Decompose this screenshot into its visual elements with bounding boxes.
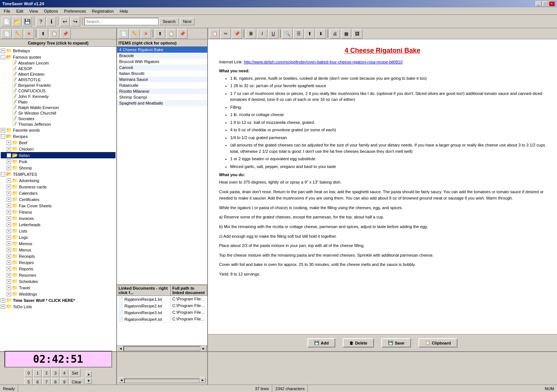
- tree-item-recipes[interactable]: -📂Recipes: [1, 133, 115, 139]
- tree-item-logs[interactable]: +📁Logs: [1, 234, 115, 240]
- item-copy-btn[interactable]: 📋: [166, 29, 176, 39]
- expand-icon[interactable]: +: [7, 260, 11, 265]
- tree-item-business-cards[interactable]: +📁Business cards: [1, 184, 115, 190]
- expand-icon[interactable]: +: [7, 216, 11, 221]
- ct-search-btn[interactable]: 🔍: [282, 29, 293, 39]
- add-button[interactable]: 💾 Add: [307, 338, 335, 347]
- ct-cut-btn[interactable]: ✂: [221, 29, 231, 39]
- list-item[interactable]: Ratatouille: [117, 82, 207, 88]
- open-button[interactable]: 📂: [12, 17, 22, 26]
- item-move-btn[interactable]: ⬆: [155, 29, 165, 39]
- expand-icon[interactable]: +: [7, 235, 11, 240]
- tree-paste-btn[interactable]: 📌: [60, 29, 71, 39]
- item-new-btn[interactable]: 📄: [118, 29, 129, 39]
- ct-indent-btn[interactable]: ⬆: [304, 29, 315, 39]
- expand-icon[interactable]: +: [7, 159, 11, 164]
- tree-item-recipes2[interactable]: +📁Recipes: [1, 259, 115, 266]
- tree-item-lists[interactable]: +📁Lists: [1, 228, 115, 234]
- tree-item-memos[interactable]: +📁Memos: [1, 240, 115, 247]
- tree-item-fax-cover-sheets[interactable]: +📁Fax Cover Sheets: [1, 202, 115, 209]
- undo-button[interactable]: ↩: [60, 17, 70, 26]
- expand-icon[interactable]: +: [7, 197, 11, 202]
- ct-image-btn[interactable]: 🖼: [352, 29, 362, 39]
- list-item[interactable]: Marinara Sauce: [117, 76, 207, 82]
- ct-align-btn[interactable]: ☰: [293, 29, 304, 39]
- num-1[interactable]: 1: [33, 369, 42, 377]
- ct-table-btn[interactable]: ▦: [341, 29, 351, 39]
- linked-row[interactable]: 📄 RigatonniRecipe2.txtC:\Program Files (…: [117, 303, 207, 309]
- minimize-button[interactable]: _: [535, 1, 541, 6]
- num-3[interactable]: 3: [51, 369, 59, 377]
- menu-view[interactable]: View: [27, 9, 40, 14]
- list-item[interactable]: Italian Biscotti: [117, 70, 207, 76]
- scroll-right-btn[interactable]: ►: [201, 346, 206, 352]
- list-item[interactable]: Shrimp Scampi: [117, 94, 207, 100]
- num-0[interactable]: 0: [25, 369, 33, 377]
- linked-col2[interactable]: Full path to linked document: [171, 285, 207, 296]
- collapse-icon[interactable]: -: [1, 172, 5, 177]
- tree-item-favorite-words[interactable]: +📁Favorite words: [1, 127, 115, 133]
- linked-row[interactable]: 📄 RigatonniRecipe4.txtC:\Program Files (…: [117, 316, 207, 323]
- tree-item-benjamin-franklin[interactable]: 📝Benjamin Franklin: [1, 82, 115, 88]
- expand-icon[interactable]: +: [1, 49, 5, 53]
- menu-file[interactable]: File: [1, 9, 13, 14]
- tree-item-travel[interactable]: +📁Travel: [1, 284, 115, 291]
- tree-item-aesop[interactable]: 📝AESOP: [1, 66, 115, 71]
- expand-icon[interactable]: +: [7, 178, 11, 183]
- tree-edit-btn[interactable]: ✏️: [13, 29, 23, 39]
- tree-copy-btn[interactable]: 📋: [49, 29, 59, 39]
- tree-item-abraham-lincoln[interactable]: 📝Abraham Lincoln: [1, 60, 115, 66]
- tree-item-menus[interactable]: +📁Menus: [1, 247, 115, 253]
- search-button[interactable]: Search: [159, 18, 179, 25]
- tree-item-reports[interactable]: +📁Reports: [1, 266, 115, 272]
- tree-delete-btn[interactable]: ✕: [24, 29, 34, 39]
- expand-icon[interactable]: +: [7, 223, 11, 227]
- tree-item-ralph-waldo-emerson[interactable]: 📝Ralph Waldo Emerson: [1, 105, 115, 110]
- expand-icon[interactable]: +: [7, 279, 11, 284]
- tree-item-confucious[interactable]: 📝CONFUCIOUS: [1, 88, 115, 93]
- tree-item-sir-winston-churchill[interactable]: 📝Sir Winston Churchill: [1, 110, 115, 116]
- item-delete-btn[interactable]: ✕: [141, 29, 151, 39]
- expand-icon[interactable]: +: [7, 166, 11, 170]
- tree-item-resumes[interactable]: +📁Resumes: [1, 272, 115, 278]
- clipboard-button[interactable]: 📋 Clipboard: [418, 338, 457, 347]
- expand-icon[interactable]: +: [1, 298, 5, 303]
- tree-item-pork[interactable]: +📁Pork: [1, 158, 115, 165]
- expand-icon[interactable]: +: [1, 304, 5, 309]
- ct-paste-btn[interactable]: 📌: [232, 29, 242, 39]
- tree-item-john-f-kennedy[interactable]: 📝John F. Kennedy: [1, 93, 115, 99]
- expand-icon[interactable]: +: [7, 273, 11, 277]
- tree-item-invoices[interactable]: +📁Invoices: [1, 215, 115, 221]
- menu-preferences[interactable]: Preferences: [62, 9, 88, 14]
- scroll-right2[interactable]: ►: [200, 377, 206, 383]
- linked-row[interactable]: 📄 RigatonniRecipe1.txtC:\Program Files (…: [117, 296, 207, 303]
- tree-item-calendars[interactable]: +📁Calendars: [1, 190, 115, 196]
- help-button[interactable]: ?: [36, 17, 46, 26]
- tree-item-shrimp[interactable]: +📁Shrimp: [1, 165, 115, 171]
- ct-italic-btn[interactable]: I: [257, 29, 267, 39]
- linked-col1[interactable]: Linked Documents - right click f...: [117, 285, 171, 296]
- tree-item-italian[interactable]: -📂Italian: [1, 152, 115, 158]
- expand-icon[interactable]: +: [7, 267, 11, 271]
- tree-item-socrates[interactable]: 📝Socrates: [1, 116, 115, 121]
- list-item[interactable]: Risotto Milanese: [117, 88, 207, 94]
- close-button[interactable]: ✕: [549, 1, 555, 6]
- scroll-left2[interactable]: ◄: [118, 377, 124, 383]
- list-item[interactable]: 4 Cheese Rigatoni Bake: [117, 47, 207, 53]
- ct-bold-btn[interactable]: B: [246, 29, 256, 39]
- item-edit-btn[interactable]: ✏️: [130, 29, 140, 39]
- expand-icon[interactable]: +: [7, 191, 11, 195]
- tree-item-fitness[interactable]: +📁Fitness: [1, 209, 115, 215]
- tree-item-beef[interactable]: +📁Beef: [1, 139, 115, 146]
- tree-item-aristotle[interactable]: 📝ARISTOTLE: [1, 77, 115, 82]
- tree-item-weddings[interactable]: +📁Weddings: [1, 291, 115, 297]
- ct-copy-btn[interactable]: 📋: [209, 29, 220, 39]
- menu-help[interactable]: Help: [117, 9, 130, 14]
- tree-item-todo-lists[interactable]: +📁ToDo Lists: [1, 303, 115, 310]
- menu-edit[interactable]: Edit: [14, 9, 26, 14]
- tree-item-famous-quotes[interactable]: -📂Famous quotes: [1, 54, 115, 60]
- menu-options[interactable]: Options: [42, 9, 60, 14]
- expand-icon[interactable]: +: [1, 128, 5, 132]
- ct-underline-btn[interactable]: U: [268, 29, 278, 39]
- new-button[interactable]: 📄: [1, 17, 11, 26]
